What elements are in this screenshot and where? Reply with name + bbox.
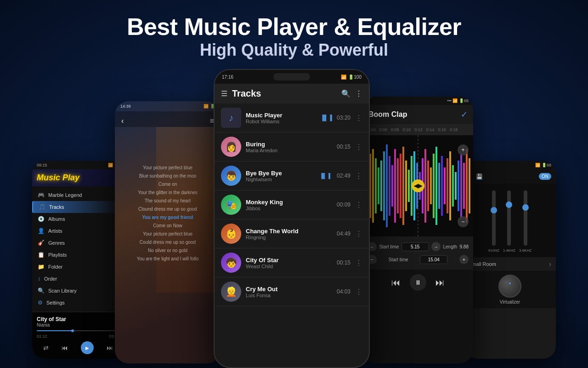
lyric-3: Come on	[119, 180, 216, 189]
lyric-11: No silver or no gold	[119, 247, 216, 255]
eq-toggle-button[interactable]: ON	[539, 173, 551, 180]
svg-rect-12	[397, 158, 399, 213]
svg-rect-23	[427, 161, 429, 211]
zoom-out-button[interactable]: −	[458, 216, 469, 227]
start-plus-button[interactable]: →	[431, 242, 441, 251]
menu-icon[interactable]: ☰	[221, 89, 227, 98]
next-button[interactable]: ⏭	[435, 277, 445, 288]
svg-rect-13	[400, 154, 401, 218]
status-bar-mid-left: 14:39 📶 🔋	[115, 101, 220, 111]
track-item[interactable]: 👶 Change The World Ringning 04:49 ⋮	[215, 219, 369, 248]
zoom-in-button[interactable]: +	[458, 144, 469, 155]
track-info: Bye Bye Bye Nightwisem	[246, 170, 315, 182]
game-icon: 🎮	[38, 192, 45, 198]
shuffle-button[interactable]: ⇄	[43, 344, 49, 351]
virtualizer-knob[interactable]	[498, 275, 521, 298]
lyric-1: Your picture perfect blue	[119, 164, 216, 172]
track-artist: Luis Fonsa	[246, 293, 332, 298]
end-time-input[interactable]	[420, 255, 447, 264]
bars-icon: ▐▌▐	[320, 173, 330, 178]
sidebar-item-albums[interactable]: 💿 Albums	[32, 213, 124, 225]
sidebar-item-scan[interactable]: 🔍 Scan Library	[32, 285, 124, 297]
svg-rect-32	[452, 165, 454, 207]
eq-handle-2[interactable]	[506, 201, 512, 208]
eq-slider-2[interactable]	[507, 190, 511, 246]
track-artist: Ringning	[246, 235, 332, 240]
eq-preset-row[interactable]: Small Room ›	[464, 257, 556, 271]
track-thumbnail: 👱	[221, 282, 241, 302]
svg-rect-38	[469, 158, 470, 213]
phone-lyrics: 14:39 📶 🔋 ‹ ≡ Your picture perfect blue …	[115, 101, 220, 363]
svg-rect-28	[441, 156, 443, 216]
play-button[interactable]: ▶	[81, 341, 94, 354]
progress-bar[interactable]	[37, 330, 119, 331]
back-button[interactable]: ‹	[121, 117, 124, 125]
more-icon[interactable]: ⋮	[355, 89, 362, 98]
sidebar-item-order[interactable]: ↕ Order	[32, 273, 124, 285]
track-item[interactable]: 👦 Bye Bye Bye Nightwisem ▐▌▐ 02:49 ⋮	[215, 161, 369, 190]
confirm-button[interactable]: ✓	[461, 109, 468, 120]
save-icon[interactable]: 💾	[476, 173, 483, 180]
track-duration: 00:15	[337, 259, 351, 266]
lyric-8: Come on Now	[119, 222, 216, 230]
music-note-icon: ♪	[229, 113, 233, 123]
sidebar-menu: 🎮 Marble Legend 🎵 Tracks 💿 Albums 👤 Arti…	[32, 186, 124, 311]
track-artist: Maria Arredon	[246, 148, 332, 153]
eq-handle-1[interactable]	[491, 207, 497, 213]
track-more-button[interactable]: ⋮	[355, 230, 362, 238]
prev-button[interactable]: ⏮	[391, 277, 401, 288]
track-info: Cry Me Out Luis Fonsa	[246, 286, 332, 298]
track-more-button[interactable]: ⋮	[355, 201, 362, 209]
waveform-display: + − ◀▶	[363, 135, 473, 236]
sidebar-item-folder[interactable]: 📁 Folder	[32, 261, 124, 273]
playhead-handle[interactable]: ◀▶	[412, 179, 424, 192]
end-time-row: − Start time +	[368, 253, 469, 266]
track-item[interactable]: 👱 Cry Me Out Luis Fonsa 04:03 ⋮	[215, 277, 369, 306]
track-more-button[interactable]: ⋮	[355, 114, 362, 122]
lyric-5: The sound of my heart	[119, 197, 216, 205]
prev-button[interactable]: ⏮	[62, 344, 68, 351]
start-time-row: ← Start time → Length 9.88	[368, 240, 469, 253]
svg-rect-25	[433, 154, 435, 218]
track-more-button[interactable]: ⋮	[355, 143, 362, 151]
sidebar-item-genres[interactable]: 🎸 Genres	[32, 237, 124, 249]
track-name: Change The World	[246, 228, 332, 235]
sidebar-item-settings[interactable]: ⚙ Settings	[32, 297, 124, 309]
status-bar-right-mid: 7 ••• 📶 🔋68	[363, 97, 473, 105]
timeline-bar: 0:04 0:06 0:08 0:10 0:12 0:14 0:16 0:18	[363, 124, 473, 135]
track-item[interactable]: 👩 Buring Maria Arredon 00:15 ⋮	[215, 132, 369, 161]
lyric-2: Blue sunbathing on the moo	[119, 172, 216, 180]
track-artist: Weast Child	[246, 264, 332, 269]
albums-icon: 💿	[38, 216, 45, 222]
pause-button[interactable]: ⏸	[410, 274, 426, 291]
knob-dot	[509, 282, 511, 284]
hero-subtitle: High Quality & Powerful	[0, 40, 588, 60]
track-item[interactable]: 🧒 City Of Star Weast Child 00:15 ⋮	[215, 248, 369, 277]
next-button[interactable]: ⏭	[107, 344, 113, 351]
track-more-button[interactable]: ⋮	[355, 288, 362, 296]
track-more-button[interactable]: ⋮	[355, 172, 362, 180]
eq-handle-3[interactable]	[522, 204, 529, 211]
sidebar-item-marble[interactable]: 🎮 Marble Legend	[32, 189, 124, 201]
track-item[interactable]: ♪ Music Player Robot Williams ▐▌▐ 03:20 …	[215, 104, 369, 132]
svg-rect-16	[408, 170, 410, 202]
lyric-6: Clound dress me up so good	[119, 205, 216, 213]
search-icon[interactable]: 🔍	[341, 89, 351, 98]
eq-slider-1[interactable]	[492, 190, 496, 246]
sidebar-item-tracks[interactable]: 🎵 Tracks	[32, 201, 124, 213]
track-thumbnail: 👦	[221, 166, 241, 186]
eq-slider-3[interactable]	[524, 190, 527, 246]
lyric-4: Your the glitter in the darknes	[119, 189, 216, 197]
progress-dot	[71, 329, 74, 332]
end-plus-button[interactable]: +	[459, 255, 469, 264]
sidebar-item-playlists[interactable]: 📋 Playlists	[32, 249, 124, 261]
sidebar-item-artists[interactable]: 👤 Artists	[32, 225, 124, 237]
start-time-input[interactable]	[401, 242, 429, 251]
status-time: 17:16	[222, 75, 233, 80]
track-more-button[interactable]: ⋮	[355, 259, 362, 267]
status-icons: 📶 🔋100	[341, 75, 362, 80]
track-item[interactable]: 🎭 Monkey King Jibbos 00:09 ⋮	[215, 190, 369, 219]
svg-rect-26	[435, 147, 437, 225]
lyric-7: You are my good friend	[119, 213, 216, 222]
progress-fill	[37, 330, 74, 331]
